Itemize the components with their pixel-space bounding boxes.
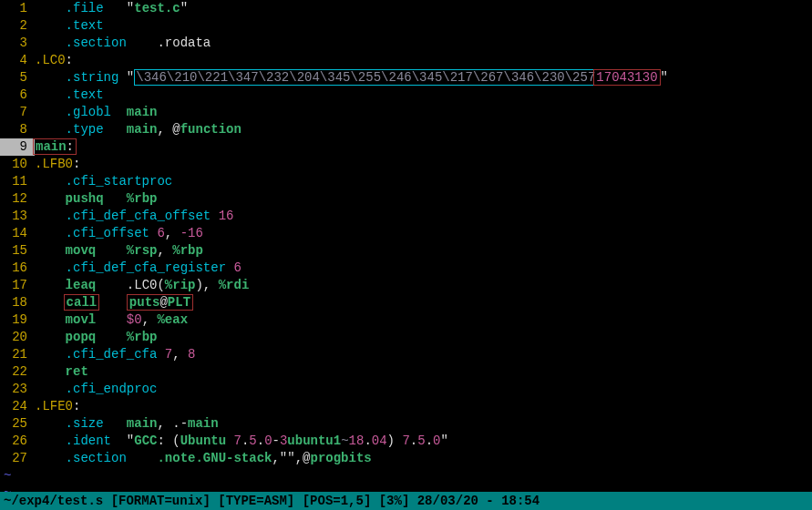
- line-number: 8: [0, 121, 35, 138]
- code-content: .text: [35, 17, 812, 35]
- status-percent: [3%]: [379, 494, 410, 508]
- code-line: 5 .string "\346\210\221\347\232\204\345\…: [0, 69, 812, 87]
- code-line: 2 .text: [0, 17, 812, 35]
- line-number: 22: [0, 363, 35, 381]
- line-number: 16: [0, 260, 35, 277]
- code-content: call puts@PLT: [35, 294, 812, 311]
- code-content: .cfi_endproc: [35, 381, 812, 398]
- code-content: pushq %rbp: [35, 190, 812, 208]
- code-content: .LFE0:: [35, 398, 812, 415]
- line-number: 9: [0, 138, 35, 156]
- code-line: 15 movq %rsp, %rbp: [0, 242, 812, 260]
- code-content: .type main, @function: [35, 121, 812, 138]
- line-number: 10: [0, 156, 35, 173]
- status-path: ~/exp4/test.s: [4, 494, 103, 508]
- line-number: 26: [0, 433, 35, 450]
- code-content: leaq .LC0(%rip), %rdi: [35, 277, 812, 294]
- code-line: 22 ret: [0, 363, 812, 381]
- code-line: 1 .file "test.c": [0, 0, 812, 17]
- code-line: 24.LFE0:: [0, 398, 812, 415]
- code-line: 17 leaq .LC0(%rip), %rdi: [0, 277, 812, 294]
- code-content: .LFB0:: [35, 156, 812, 173]
- code-content: .cfi_def_cfa_offset 16: [35, 208, 812, 225]
- code-line: 10.LFB0:: [0, 156, 812, 173]
- code-line: 27 .section .note.GNU-stack,"",@progbits: [0, 450, 812, 467]
- code-line: 23 .cfi_endproc: [0, 381, 812, 398]
- line-number: 4: [0, 52, 35, 69]
- code-content: popq %rbp: [35, 329, 812, 346]
- line-number: 21: [0, 346, 35, 363]
- line-number: 20: [0, 329, 35, 346]
- code-line: 13 .cfi_def_cfa_offset 16: [0, 208, 812, 225]
- code-content: .size main, .-main: [35, 415, 812, 433]
- code-line: 6 .text: [0, 87, 812, 104]
- line-number: 13: [0, 208, 35, 225]
- code-lines: 1 .file "test.c"2 .text3 .section .rodat…: [0, 0, 812, 467]
- code-content: .LC0:: [35, 52, 812, 69]
- line-number: 5: [0, 69, 35, 87]
- code-content: .file "test.c": [35, 0, 812, 17]
- code-line: 26 .ident "GCC: (Ubuntu 7.5.0-3ubuntu1~1…: [0, 433, 812, 450]
- line-number: 2: [0, 17, 35, 35]
- line-number: 14: [0, 225, 35, 242]
- code-content: ret: [35, 363, 812, 381]
- code-content: .globl main: [35, 104, 812, 121]
- code-line: 19 movl $0, %eax: [0, 311, 812, 329]
- line-number: 25: [0, 415, 35, 433]
- line-number: 27: [0, 450, 35, 467]
- line-number: 24: [0, 398, 35, 415]
- code-line: 16 .cfi_def_cfa_register 6: [0, 260, 812, 277]
- status-time: 18:54: [501, 494, 540, 508]
- code-content: .text: [35, 87, 812, 104]
- status-date: 28/03/20: [417, 494, 478, 508]
- code-line: 7 .globl main: [0, 104, 812, 121]
- code-line: 25 .size main, .-main: [0, 415, 812, 433]
- code-content: movl $0, %eax: [35, 311, 812, 329]
- status-pos: [POS=1,5]: [303, 494, 372, 508]
- tilde-marker: ~: [0, 467, 11, 484]
- code-content: .cfi_def_cfa 7, 8: [35, 346, 812, 363]
- line-number: 19: [0, 311, 35, 329]
- status-sep: -: [486, 494, 501, 508]
- code-content: .cfi_def_cfa_register 6: [35, 260, 812, 277]
- code-content: .cfi_startproc: [35, 173, 812, 190]
- code-content: .string "\346\210\221\347\232\204\345\25…: [35, 69, 812, 87]
- status-format: [FORMAT=unix]: [111, 494, 211, 508]
- line-number: 1: [0, 0, 35, 17]
- status-bar: ~/exp4/test.s [FORMAT=unix] [TYPE=ASM] […: [0, 492, 812, 510]
- code-line: 3 .section .rodata: [0, 35, 812, 52]
- status-type: [TYPE=ASM]: [218, 494, 294, 508]
- code-content: main:: [35, 138, 812, 156]
- code-editor[interactable]: 1 .file "test.c"2 .text3 .section .rodat…: [0, 0, 812, 510]
- code-line: 21 .cfi_def_cfa 7, 8: [0, 346, 812, 363]
- line-number: 23: [0, 381, 35, 398]
- code-line: 20 popq %rbp: [0, 329, 812, 346]
- line-number: 7: [0, 104, 35, 121]
- code-line: 18 call puts@PLT: [0, 294, 812, 311]
- line-number: 11: [0, 173, 35, 190]
- code-line: 4.LC0:: [0, 52, 812, 69]
- code-line: 9main:: [0, 138, 812, 156]
- line-number: 17: [0, 277, 35, 294]
- code-line: 8 .type main, @function: [0, 121, 812, 138]
- code-line: 12 pushq %rbp: [0, 190, 812, 208]
- code-content: .section .rodata: [35, 35, 812, 52]
- code-line: 11 .cfi_startproc: [0, 173, 812, 190]
- line-number: 18: [0, 294, 35, 311]
- code-content: movq %rsp, %rbp: [35, 242, 812, 260]
- code-line: 14 .cfi_offset 6, -16: [0, 225, 812, 242]
- code-content: .ident "GCC: (Ubuntu 7.5.0-3ubuntu1~18.0…: [35, 433, 812, 450]
- code-content: .cfi_offset 6, -16: [35, 225, 812, 242]
- line-number: 3: [0, 35, 35, 52]
- code-content: .section .note.GNU-stack,"",@progbits: [35, 450, 812, 467]
- line-number: 15: [0, 242, 35, 260]
- line-number: 12: [0, 190, 35, 208]
- line-number: 6: [0, 87, 35, 104]
